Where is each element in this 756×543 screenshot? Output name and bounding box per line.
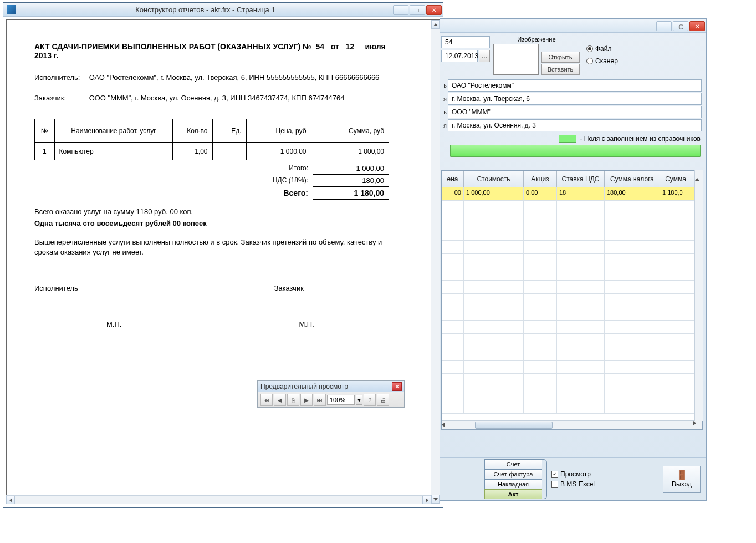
document-type-buttons: Счет Счет-фактура Накладная Акт (484, 459, 542, 499)
open-image-button[interactable]: Открыть (541, 52, 580, 63)
grid-row[interactable] (442, 294, 702, 307)
th-price: Цена, руб (246, 119, 311, 143)
minimize-button[interactable]: — (393, 5, 408, 15)
gh-price[interactable]: ена (442, 171, 464, 187)
maximize-button[interactable]: □ (410, 5, 425, 15)
customer-value: ООО "МММ", г. Москва, ул. Осенняя, д. 3,… (89, 94, 345, 102)
gh-excise[interactable]: Акциз (524, 171, 557, 187)
total-value: 1 180,00 (313, 187, 389, 200)
executor-addr-input[interactable]: г. Москва, ул. Тверская, 6 (448, 93, 702, 105)
checkbox-icon (551, 481, 558, 488)
export-button[interactable]: ⤴ (364, 394, 376, 406)
customer-name-input[interactable]: ООО "МММ" (448, 106, 702, 118)
gh-cost[interactable]: Стоимость (464, 171, 524, 187)
report-v-scrollbar[interactable] (431, 20, 440, 504)
scroll-right-icon[interactable] (422, 496, 431, 504)
goto-page-button[interactable]: ⎘ (287, 394, 299, 406)
editor-close-button[interactable]: ✕ (689, 21, 705, 31)
grid-scroll-up-icon[interactable] (695, 170, 703, 178)
editor-maximize-button[interactable]: ▢ (673, 21, 688, 31)
cell-num: 1 (35, 143, 55, 160)
editor-minimize-button[interactable]: — (656, 21, 672, 31)
lookup-field[interactable] (450, 145, 701, 157)
scroll-left-icon[interactable] (6, 496, 15, 504)
scroll-down-icon[interactable] (431, 495, 440, 504)
gc-vat: 18 (557, 187, 605, 200)
grid-body[interactable]: 00 1 000,00 0,00 18 180,00 1 180,0 (442, 187, 702, 420)
grid-row[interactable] (442, 334, 702, 347)
total-label: Всего: (34, 187, 313, 200)
grid-row[interactable] (442, 201, 702, 214)
items-grid: ена Стоимость Акциз Ставка НДС Сумма нал… (441, 170, 703, 430)
grid-row[interactable] (442, 321, 702, 334)
party-fields: ьОАО "Ростелекомм" яг. Москва, ул. Тверс… (441, 79, 702, 131)
report-h-scrollbar[interactable] (6, 495, 431, 504)
preview-toolbar[interactable]: Предварительный просмотр ✕ ⏮ ◀ ⎘ ▶ ⏭ 100… (257, 380, 405, 408)
doc-date-input[interactable]: 12.07.2013 (441, 50, 478, 62)
gh-vat[interactable]: Ставка НДС (557, 171, 605, 187)
editor-titlebar[interactable]: — ▢ ✕ (440, 19, 706, 33)
grid-row[interactable] (442, 241, 702, 254)
field-label: ь (441, 82, 447, 89)
grid-row[interactable] (442, 267, 702, 281)
chk-excel[interactable]: В MS Excel (551, 480, 595, 488)
grid-row[interactable] (442, 374, 702, 387)
grid-row[interactable] (442, 214, 702, 227)
grid-row[interactable] (442, 307, 702, 321)
preview-close-button[interactable]: ✕ (392, 382, 402, 391)
last-page-button[interactable]: ⏭ (314, 394, 326, 406)
grid-row[interactable] (442, 387, 702, 400)
print-button[interactable]: 🖨 (377, 394, 389, 406)
gh-tax[interactable]: Сумма налога (605, 171, 660, 187)
prev-page-button[interactable]: ◀ (274, 394, 286, 406)
chk-preview[interactable]: Просмотр (551, 470, 595, 478)
grid-scroll-left-icon[interactable] (442, 423, 451, 431)
radio-scanner[interactable]: Сканер (586, 57, 618, 65)
grid-v-scrollbar[interactable] (694, 170, 703, 421)
grid-row[interactable] (442, 227, 702, 241)
gh-sum[interactable]: Сумма (660, 171, 691, 187)
radio-dot-icon (586, 58, 593, 64)
output-checks: Просмотр В MS Excel (551, 470, 595, 488)
grid-row[interactable] (442, 400, 702, 414)
grid-row-selected[interactable]: 00 1 000,00 0,00 18 180,00 1 180,0 (442, 187, 702, 201)
close-button[interactable]: ✕ (426, 5, 442, 15)
exit-button[interactable]: 🚪 Выход (663, 466, 701, 493)
doc-number-input[interactable]: 54 (441, 36, 490, 48)
grid-row[interactable] (442, 281, 702, 294)
btn-akt[interactable]: Акт (484, 489, 542, 499)
subtotal-label: Итого: (34, 163, 313, 175)
btn-waybill[interactable]: Накладная (484, 479, 542, 489)
executor-name-input[interactable]: ОАО "Ростелекомм" (448, 79, 702, 92)
gc-cost: 1 000,00 (464, 187, 524, 200)
first-page-button[interactable]: ⏮ (260, 394, 273, 406)
scroll-up-icon[interactable] (431, 20, 440, 29)
akt-in-words: Одна тысяча сто восемьдесят рублей 00 ко… (34, 219, 407, 227)
grid-row[interactable] (442, 254, 702, 267)
btn-invoice-facture[interactable]: Счет-фактура (484, 469, 542, 479)
executor-value: ОАО "Ростелекомм", г. Москва, ул. Тверск… (89, 73, 380, 82)
date-picker-button[interactable]: … (479, 50, 490, 62)
chk-preview-label: Просмотр (560, 470, 591, 478)
th-num: № (35, 119, 55, 143)
field-label: я (441, 122, 447, 129)
report-titlebar[interactable]: Конструктор отчетов - akt.frx - Страница… (3, 3, 443, 17)
preview-toolbar-title[interactable]: Предварительный просмотр ✕ (258, 381, 404, 392)
grid-scroll-thumb[interactable] (475, 422, 553, 429)
grid-h-scrollbar[interactable] (442, 420, 702, 429)
paste-image-button[interactable]: Вставить (541, 64, 580, 75)
next-page-button[interactable]: ▶ (300, 394, 313, 406)
mp-executor: М.П. (106, 320, 121, 328)
zoom-dropdown-button[interactable]: ▾ (356, 395, 362, 405)
executor-line: Исполнитель: ОАО "Ростелекомм", г. Москв… (34, 73, 407, 82)
radio-file[interactable]: Файл (586, 45, 618, 53)
grid-row[interactable] (442, 361, 702, 374)
stamps: М.П. М.П. (34, 320, 407, 328)
cell-qty: 1,00 (173, 143, 212, 160)
grid-scroll-right-icon[interactable] (693, 421, 702, 429)
grid-row[interactable] (442, 347, 702, 361)
customer-addr-input[interactable]: г. Москва, ул. Осенняя, д. 3 (448, 119, 702, 131)
exit-icon: 🚪 (676, 470, 687, 480)
zoom-input[interactable]: 100% (327, 395, 355, 405)
btn-invoice[interactable]: Счет (484, 459, 542, 469)
